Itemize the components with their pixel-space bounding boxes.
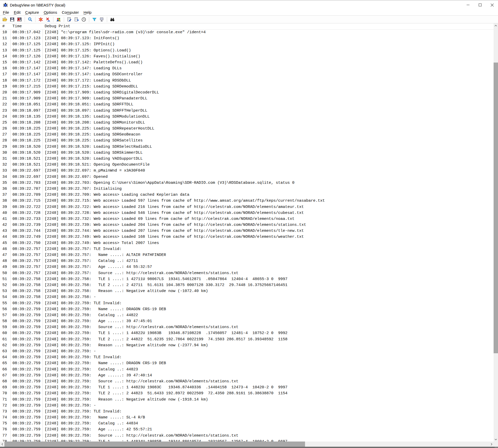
- log-row[interactable]: 7708:39:22.759[2248] 08:39:22.759: Sourc…: [0, 433, 494, 439]
- log-row[interactable]: 7108:39:22.759[2248] 08:39:22.759: Reaso…: [0, 396, 494, 402]
- history-depth-button[interactable]: [98, 16, 105, 23]
- log-row[interactable]: 4808:39:22.757[2248] 08:39:22.757: Catal…: [0, 258, 494, 264]
- log-row[interactable]: 6608:39:22.759[2248] 08:39:22.759: Catal…: [0, 366, 494, 372]
- log-row[interactable]: 7608:39:22.759[2248] 08:39:22.759: Age .…: [0, 426, 494, 432]
- log-row[interactable]: 3008:39:18.520[2248] 08:39:18.520: Loadi…: [0, 150, 494, 156]
- log-row[interactable]: 1208:39:17.125[2248] 08:39:17.125: IPPIn…: [0, 41, 494, 47]
- log-row[interactable]: 7008:39:22.759[2248] 08:39:22.759: TLE 2…: [0, 390, 494, 396]
- menu-item-capture[interactable]: Capture: [23, 10, 41, 15]
- horizontal-scrollbar[interactable]: [0, 442, 494, 447]
- menu-item-file[interactable]: File: [1, 10, 11, 15]
- log-row[interactable]: 5308:39:22.758[2248] 08:39:22.758: Reaso…: [0, 288, 494, 294]
- log-row[interactable]: 4608:39:22.757[2248] 08:39:22.757: TLE I…: [0, 246, 494, 252]
- log-row[interactable]: 3208:39:18.521[2248] 08:39:18.521: Openi…: [0, 162, 494, 168]
- capture-global-win32-button[interactable]: [45, 16, 51, 23]
- log-row[interactable]: 5408:39:22.758[2248] 08:39:22.758: -: [0, 294, 494, 300]
- horizontal-scroll-thumb[interactable]: [4, 442, 305, 447]
- log-row[interactable]: 2208:39:18.051[2248] 08:39:18.051: Loadi…: [0, 101, 494, 107]
- log-row[interactable]: 4708:39:22.757[2248] 08:39:22.757: Name …: [0, 252, 494, 258]
- autoscroll-button[interactable]: [27, 16, 33, 23]
- title-bar[interactable]: DebugView on \\BEASTY (local): [0, 0, 498, 10]
- scroll-left-button[interactable]: [0, 442, 4, 447]
- capture-win32-button[interactable]: [37, 16, 44, 23]
- log-row[interactable]: 2708:39:18.225[2248] 08:39:18.225: Loadi…: [0, 132, 494, 138]
- log-row[interactable]: 2808:39:18.225[2248] 08:39:18.225: Loadi…: [0, 138, 494, 144]
- log-row[interactable]: 7508:39:22.759[2248] 08:39:22.759: Catal…: [0, 420, 494, 426]
- log-row[interactable]: 7408:39:22.759[2248] 08:39:22.759: Name …: [0, 415, 494, 420]
- log-row[interactable]: 1008:39:17.042[2248] "c:\program files\s…: [0, 29, 494, 35]
- log-row[interactable]: 6908:39:22.759[2248] 08:39:22.759: TLE 1…: [0, 384, 494, 390]
- log-row[interactable]: 3808:39:22.715[2248] 08:39:22.715: Web a…: [0, 198, 494, 204]
- log-row[interactable]: 3908:39:22.722[2248] 08:39:22.722: Web a…: [0, 204, 494, 210]
- column-header-time[interactable]: Time: [10, 24, 43, 29]
- resize-grip-icon[interactable]: [495, 447, 497, 447]
- log-row[interactable]: 4108:39:22.733[2248] 08:39:22.732: Web a…: [0, 216, 494, 222]
- log-row[interactable]: 6208:39:22.759[2248] 08:39:22.759: Reaso…: [0, 342, 494, 348]
- log-row[interactable]: 1908:39:17.215[2248] 08:39:17.215: Loadi…: [0, 84, 494, 90]
- menu-item-options[interactable]: Options: [41, 10, 59, 15]
- process-list-button[interactable]: [73, 16, 80, 23]
- log-row[interactable]: 5508:39:22.759[2248] 08:39:22.759: TLE I…: [0, 300, 494, 306]
- scroll-down-button[interactable]: [494, 437, 498, 442]
- edit-note-button[interactable]: [66, 16, 73, 23]
- log-row[interactable]: 6508:39:22.759[2248] 08:39:22.759: Name …: [0, 360, 494, 366]
- log-row[interactable]: 2008:39:17.909[2248] 08:39:17.909: Loadi…: [0, 90, 494, 96]
- log-row[interactable]: 4008:39:22.728[2248] 08:39:22.728: Web a…: [0, 210, 494, 216]
- log-row[interactable]: 3108:39:18.521[2248] 08:39:18.520: Loadi…: [0, 156, 494, 162]
- log-row[interactable]: 4208:39:22.739[2248] 08:39:22.739: Web a…: [0, 222, 494, 228]
- log-row[interactable]: 5808:39:22.759[2248] 08:39:22.759: Age .…: [0, 318, 494, 324]
- log-row[interactable]: 5008:39:22.757[2248] 08:39:22.757: Sourc…: [0, 270, 494, 276]
- log-row[interactable]: 4408:39:22.749[2248] 08:39:22.749: Web a…: [0, 234, 494, 240]
- log-row[interactable]: 1308:39:17.125[2248] 08:39:17.125: Optio…: [0, 47, 494, 53]
- log-row[interactable]: 3708:39:22.709[2248] 08:39:22.709: Web a…: [0, 192, 494, 198]
- log-row[interactable]: 2408:39:18.135[2248] 08:39:18.135: Loadi…: [0, 114, 494, 120]
- log-row[interactable]: 4908:39:22.757[2248] 08:39:22.757: Age .…: [0, 264, 494, 270]
- log-row[interactable]: 3308:39:22.697[2248] 08:39:22.697: m_pMa…: [0, 168, 494, 174]
- log-row[interactable]: 1608:39:17.147[2248] 08:39:17.147: Loadi…: [0, 65, 494, 71]
- log-row[interactable]: 4508:39:22.750[2248] 08:39:22.749: Web a…: [0, 240, 494, 246]
- log-row[interactable]: 1708:39:17.147[2248] 08:39:17.147: Loadi…: [0, 71, 494, 77]
- log-row[interactable]: 5908:39:22.759[2248] 08:39:22.759: Sourc…: [0, 324, 494, 330]
- log-row[interactable]: 1408:39:17.126[2248] 08:39:17.126: Faves…: [0, 53, 494, 59]
- log-row[interactable]: 4308:39:22.744[2248] 08:39:22.744: Web a…: [0, 228, 494, 234]
- find-button[interactable]: [109, 16, 116, 23]
- column-header-debug-print[interactable]: Debug Print: [43, 24, 494, 29]
- log-to-file-button[interactable]: [16, 16, 23, 23]
- open-button[interactable]: [2, 16, 8, 23]
- log-row[interactable]: 6108:39:22.759[2248] 08:39:22.759: TLE 2…: [0, 336, 494, 342]
- menu-item-help[interactable]: Help: [81, 10, 94, 15]
- minimize-button[interactable]: [462, 0, 474, 10]
- log-row[interactable]: 7308:39:22.759[2248] 08:39:22.759: TLE I…: [0, 409, 494, 415]
- log-row[interactable]: 5208:39:22.758[2248] 08:39:22.758: TLE 2…: [0, 282, 494, 288]
- vertical-scroll-thumb[interactable]: [494, 63, 498, 353]
- log-row[interactable]: 3408:39:22.697[2248] 08:39:22.697: Opene…: [0, 174, 494, 180]
- log-row[interactable]: 6008:39:22.759[2248] 08:39:22.759: TLE 1…: [0, 330, 494, 336]
- log-row[interactable]: 2608:39:18.225[2248] 08:39:18.225: Loadi…: [0, 126, 494, 132]
- maximize-button[interactable]: [474, 0, 486, 10]
- log-row[interactable]: 5108:39:22.758[2248] 08:39:22.758: TLE 1…: [0, 276, 494, 282]
- scroll-right-button[interactable]: [489, 442, 494, 447]
- column-header-number[interactable]: #: [0, 24, 10, 29]
- log-row[interactable]: 2108:39:17.909[2248] 08:39:17.909: Loadi…: [0, 96, 494, 101]
- log-row[interactable]: 6408:39:22.759[2248] 08:39:22.759: TLE I…: [0, 354, 494, 360]
- log-row[interactable]: 1508:39:17.142[2248] 08:39:17.142: Palet…: [0, 59, 494, 65]
- log-row[interactable]: 5608:39:22.759[2248] 08:39:22.759: Name …: [0, 306, 494, 312]
- menu-item-edit[interactable]: Edit: [11, 10, 23, 15]
- log-row[interactable]: 5708:39:22.759[2248] 08:39:22.759: Catal…: [0, 312, 494, 318]
- log-row[interactable]: 7808:39:22.759[2248] 08:39:22.759: TLE 1…: [0, 439, 494, 442]
- log-row[interactable]: 6808:39:22.759[2248] 08:39:22.759: Sourc…: [0, 378, 494, 384]
- vertical-scrollbar[interactable]: [494, 23, 498, 442]
- clock-time-button[interactable]: [80, 16, 87, 23]
- log-row[interactable]: 7208:39:22.759[2248] 08:39:22.759: -: [0, 403, 494, 409]
- log-row[interactable]: 1808:39:17.172[2248] 08:39:17.172: Loadi…: [0, 78, 494, 84]
- log-row[interactable]: 3508:39:22.703[2248] 08:39:22.703: Openi…: [0, 180, 494, 186]
- log-row[interactable]: 2508:39:18.208[2248] 08:39:18.208: Loadi…: [0, 120, 494, 126]
- save-button[interactable]: [9, 16, 16, 23]
- capture-kernel-button[interactable]: [55, 16, 62, 23]
- menu-item-computer[interactable]: Computer: [59, 10, 81, 15]
- filter-highlight-button[interactable]: [91, 16, 98, 23]
- log-row[interactable]: 6308:39:22.759[2248] 08:39:22.759: -: [0, 348, 494, 354]
- scroll-up-button[interactable]: [494, 23, 498, 28]
- log-row[interactable]: 2908:39:18.520[2248] 08:39:18.520: Loadi…: [0, 144, 494, 150]
- log-row[interactable]: 6708:39:22.759[2248] 08:39:22.759: Age .…: [0, 372, 494, 378]
